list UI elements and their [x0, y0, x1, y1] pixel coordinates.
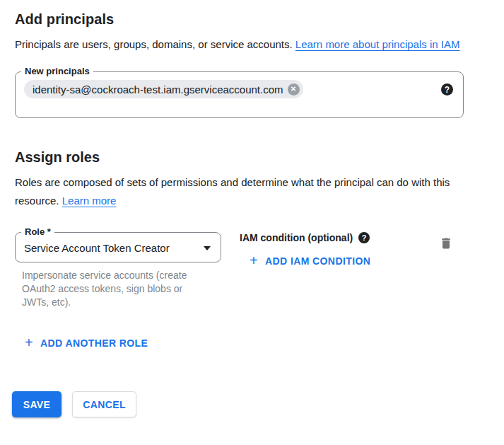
cancel-button[interactable]: CANCEL — [72, 391, 136, 417]
iam-condition-label: IAM condition (optional) — [240, 232, 353, 243]
trash-icon — [439, 236, 453, 250]
add-iam-condition-button[interactable]: + ADD IAM CONDITION — [250, 254, 370, 268]
delete-role-button[interactable] — [439, 236, 453, 250]
learn-more-roles-link[interactable]: Learn more — [62, 195, 117, 207]
role-select[interactable]: Role * Service Account Token Creator — [15, 232, 221, 262]
assign-roles-description: Roles are composed of sets of permission… — [15, 173, 476, 210]
learn-more-principals-link[interactable]: Learn more about principals in IAM — [295, 38, 460, 50]
add-another-role-label: ADD ANOTHER ROLE — [40, 337, 148, 349]
principals-help-icon[interactable]: ? — [441, 83, 453, 96]
plus-icon: + — [25, 335, 33, 349]
dropdown-arrow-icon — [204, 246, 211, 250]
save-button[interactable]: SAVE — [12, 391, 61, 417]
new-principals-field[interactable]: New principals identity-sa@cockroach-tes… — [15, 71, 464, 118]
role-description-text: Impersonate service accounts (create OAu… — [22, 269, 211, 309]
role-column: Role * Service Account Token Creator Imp… — [15, 232, 221, 309]
new-principals-label: New principals — [21, 66, 93, 76]
add-iam-condition-label: ADD IAM CONDITION — [265, 255, 370, 267]
principal-chip: identity-sa@cockroach-test.iam.gservicea… — [24, 80, 303, 98]
iam-condition-column: IAM condition (optional) ? + ADD IAM CON… — [240, 232, 370, 269]
dialog-footer: SAVE CANCEL — [12, 391, 504, 417]
add-principals-description: Principals are users, groups, domains, o… — [15, 35, 476, 54]
remove-principal-icon[interactable]: ✕ — [288, 83, 300, 96]
delete-role-column — [439, 232, 453, 253]
description-text: Principals are users, groups, domains, o… — [15, 38, 295, 50]
add-another-role-button[interactable]: + ADD ANOTHER ROLE — [25, 336, 148, 350]
assign-roles-title: Assign roles — [15, 149, 504, 166]
principal-chip-text: identity-sa@cockroach-test.iam.gservicea… — [33, 83, 283, 96]
iam-condition-header: IAM condition (optional) ? — [240, 232, 370, 243]
role-select-label: Role * — [21, 226, 54, 237]
iam-condition-help-icon[interactable]: ? — [358, 232, 370, 243]
role-row: Role * Service Account Token Creator Imp… — [15, 232, 489, 309]
add-principals-title: Add principals — [15, 11, 504, 28]
plus-icon: + — [250, 253, 258, 267]
role-select-value: Service Account Token Creator — [24, 242, 170, 254]
add-principals-panel: Add principals Principals are users, gro… — [0, 0, 504, 445]
